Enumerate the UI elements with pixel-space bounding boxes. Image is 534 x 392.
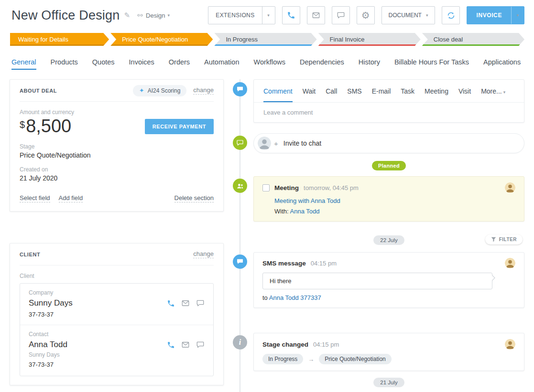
invoice-dropdown[interactable]: ▾ [511,7,524,24]
timeline-tab-call[interactable]: Call [326,87,337,95]
info-icon: i [233,335,247,350]
deal-category-selector[interactable]: Design ▾ [137,12,170,19]
tab-dependencies[interactable]: Dependencies [300,58,344,70]
meeting-time: tomorrow, 04:45 pm [304,184,359,191]
contact-phone[interactable]: 37-73-37 [29,361,205,368]
document-label: DOCUMENT [389,12,422,19]
stage-to-badge: Price Quote/Negotiation [319,354,391,364]
ai-scoring-label: AI24 Scoring [148,87,181,94]
chevron-down-icon: ▾ [517,13,519,18]
timeline-tab-visit[interactable]: Visit [458,87,471,95]
extensions-button[interactable]: EXTENSIONS ▾ [208,6,275,24]
meeting-entry: Meeting tomorrow, 04:45 pm Meeting with … [231,176,524,222]
bottom-date-row: 21 July [231,377,524,388]
automation-button[interactable] [442,6,460,24]
gear-icon: ⚙ [361,11,370,20]
sms-to-label: to [262,294,268,301]
select-field-link[interactable]: Select field [20,194,50,202]
sms-bubble-icon [233,254,247,269]
stage-waiting-for-details[interactable]: Waiting for Details [10,33,109,46]
client-card-title: CLIENT [20,252,40,257]
tab-billable-hours[interactable]: Billable Hours For Tasks [394,58,469,70]
ai-scoring-badge[interactable]: ✦ AI24 Scoring [133,85,187,96]
invoice-label: INVOICE [467,12,511,19]
timeline-tab-sms[interactable]: SMS [347,87,361,95]
tab-automation[interactable]: Automation [204,58,239,70]
filter-button[interactable]: FILTER [485,234,523,244]
plus-icon: + [274,139,278,148]
company-name[interactable]: Sunny Days [29,298,73,308]
chevron-down-icon: ▾ [267,13,270,18]
contact-call-icon[interactable] [167,341,175,349]
topbar-actions: EXTENSIONS ▾ ⚙ DOCUMENT ▾ [208,6,524,24]
delete-section-link[interactable]: Delete section [174,194,214,202]
content: ABOUT DEAL ✦ AI24 Scoring change Amount … [0,70,534,388]
extensions-dropdown[interactable]: ▾ [262,7,275,24]
tab-workflows[interactable]: Workflows [253,58,285,70]
invite-to-chat-button[interactable]: + Invite to chat [253,133,524,153]
arrow-right-icon: → [308,356,314,363]
contact-name[interactable]: Anna Todd [29,340,67,350]
chat-outline-icon [233,136,247,150]
topbar: New Office Design ✎ Design ▾ EXTENSIONS … [0,0,534,31]
add-field-link[interactable]: Add field [59,194,83,202]
stage-changed-title: Stage changed [262,341,308,348]
settings-button[interactable]: ⚙ [357,6,375,24]
tab-quotes[interactable]: Quotes [92,58,115,70]
tab-orders[interactable]: Orders [169,58,190,70]
meeting-subject-link[interactable]: Meeting with Anna Todd [274,197,340,204]
stage-from-badge: In Progress [262,354,303,364]
edit-title-icon[interactable]: ✎ [124,11,131,20]
chevron-down-icon: ▾ [503,90,506,95]
receive-payment-button[interactable]: RECEIVE PAYMENT [145,119,214,134]
extensions-label: EXTENSIONS [208,12,262,19]
envelope-icon [312,11,320,20]
stage-close-deal[interactable]: Close deal [422,33,524,46]
deal-details-column: ABOUT DEAL ✦ AI24 Scoring change Amount … [10,79,224,385]
tab-history[interactable]: History [359,58,380,70]
tab-invoices[interactable]: Invoices [129,58,154,70]
sms-message-bubble: Hi there [262,273,492,289]
currency-symbol: $ [20,119,25,130]
stage-final-invoice[interactable]: Final Invoice [318,33,421,46]
contact-email-icon[interactable] [181,340,190,349]
stage-in-progress[interactable]: In Progress [214,33,316,46]
document-button[interactable]: DOCUMENT ▾ [381,6,436,24]
client-card: CLIENT change Client Company Sunny Days [10,243,224,385]
about-change-link[interactable]: change [193,86,214,95]
timeline-tab-email[interactable]: E-mail [372,87,391,95]
funnel-icon [491,237,496,242]
avatar [505,258,515,268]
timeline-tab-meeting[interactable]: Meeting [425,87,448,95]
company-chat-icon[interactable] [196,299,205,307]
tab-products[interactable]: Products [51,58,78,70]
timeline-tab-task[interactable]: Task [401,87,414,95]
call-button[interactable] [282,6,300,24]
chevron-down-icon: ▾ [168,13,170,18]
date-separator: 21 July [373,378,404,387]
sms-recipient-link[interactable]: Anna Todd 377337 [269,294,321,301]
comment-bubble-icon [233,82,247,96]
tab-general[interactable]: General [11,58,36,70]
email-button[interactable] [307,6,325,24]
comment-input[interactable]: Leave a comment [254,103,524,122]
invoice-button[interactable]: INVOICE ▾ [467,6,524,24]
meeting-complete-checkbox[interactable] [262,184,270,191]
chat-button[interactable] [332,6,350,24]
company-label: Company [29,289,205,296]
filter-label: FILTER [499,237,517,242]
timeline-tab-more[interactable]: More...▾ [481,87,505,95]
company-call-icon[interactable] [167,299,175,307]
company-phone[interactable]: 37-73-37 [29,311,205,318]
deal-tabs: General Products Quotes Invoices Orders … [11,58,523,70]
timeline-tab-comment[interactable]: Comment [263,87,293,95]
stage-changed-entry: i Stage changed 04:15 pm In Progress → P… [231,333,524,371]
stage-label: Stage [20,143,214,150]
timeline-tab-wait[interactable]: Wait [303,87,316,95]
tab-applications[interactable]: Applications [483,58,521,70]
company-email-icon[interactable] [181,299,190,307]
contact-chat-icon[interactable] [196,340,205,349]
stage-price-quote-negotiation[interactable]: Price Quote/Negotiation [110,33,213,46]
client-change-link[interactable]: change [193,250,214,258]
meeting-with-person-link[interactable]: Anna Todd [290,208,320,215]
